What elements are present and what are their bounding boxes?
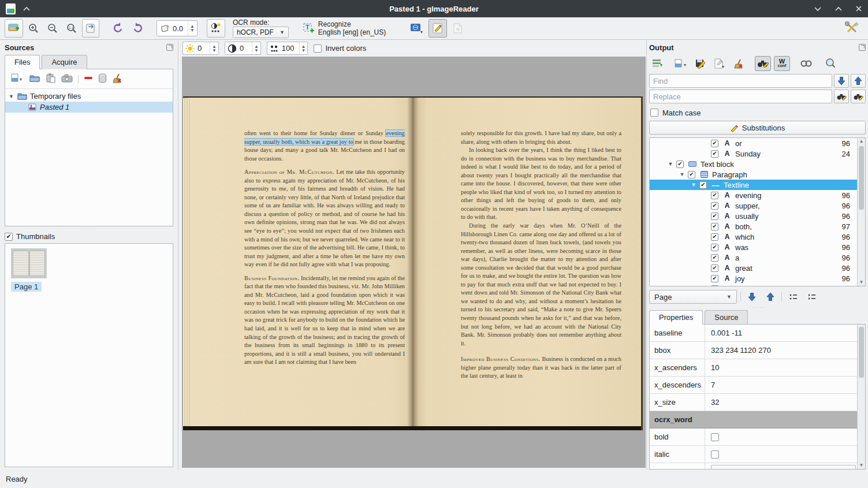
item-enabled-checkbox[interactable] [711,202,718,210]
detach-sources-icon[interactable] [166,44,173,51]
thumbnail-page-label[interactable]: Page 1 [11,282,42,292]
item-enabled-checkbox[interactable] [711,150,718,158]
contrast-spin-arrows[interactable]: ▲▼ [252,42,260,54]
bold-checkbox[interactable] [711,433,719,441]
property-value[interactable]: 7 [705,381,865,389]
maximize-button[interactable] [835,6,843,12]
resolution-spin-arrows[interactable]: ▲▼ [299,42,308,54]
add-file-button[interactable]: ▾ [10,73,24,85]
substitutions-button[interactable]: Substitutions [649,121,866,135]
ocr-tree-row[interactable]: Ato96 [650,284,865,286]
output-splitter[interactable]: ······ [649,305,866,310]
zoom-source-button[interactable] [822,56,839,71]
lang-select[interactable]: English (United States)▼ [711,465,856,470]
scroll-down-icon[interactable]: ▼ [858,279,865,286]
clear-list-button[interactable] [112,73,122,85]
ocr-mode-select[interactable]: hOCR, PDF ▼ [233,27,289,38]
save-hocr-button[interactable] [692,56,709,71]
resolution-spinbox[interactable]: 100 ▲▼ [267,42,308,55]
item-enabled-checkbox[interactable] [711,275,718,282]
scanned-book-image[interactable]: often went to their home for Sunday dinn… [183,96,643,430]
item-enabled-checkbox[interactable] [699,181,707,189]
screenshot-button[interactable] [61,74,73,84]
replace-button[interactable] [834,90,849,103]
expander-icon[interactable]: ▼ [665,161,676,167]
language-flag-button[interactable]: ▾ [406,19,427,38]
property-value[interactable]: 0.001 -11 [705,329,865,337]
brightness-spin-arrows[interactable]: ▲▼ [210,42,218,54]
invert-colors-checkbox[interactable] [314,44,322,53]
new-document-button[interactable] [449,19,466,38]
find-input[interactable] [649,74,832,88]
ocr-tree-row[interactable]: Aa96 [650,252,865,263]
edit-mode-toggle[interactable] [429,19,447,38]
ocr-tree-row[interactable]: ▼Text block [650,159,865,169]
page-thumbnail[interactable] [11,248,47,278]
scroll-down-icon[interactable]: ▼ [858,462,865,469]
item-enabled-checkbox[interactable] [688,171,695,178]
find-prev-button[interactable] [851,74,866,88]
rotate-left-button[interactable] [109,19,127,38]
open-folder-button[interactable] [29,73,40,84]
tab-files[interactable]: Files [5,55,40,69]
export-button[interactable]: ▾ [711,56,728,71]
ocr-tree-row[interactable]: ▼—Textline [650,180,865,190]
ocr-tree-row[interactable]: Agreat96 [650,263,865,273]
image-controls-toggle[interactable] [207,19,225,38]
ocr-tree-row[interactable]: Asupper,96 [650,200,865,211]
zoom-out-button[interactable] [44,19,61,38]
insert-mode-button[interactable] [649,56,665,71]
property-value[interactable]: 32 [705,398,865,407]
sources-splitter[interactable]: ······ [5,226,173,230]
tab-properties[interactable]: Properties [649,310,703,325]
ocr-tree-row[interactable]: ▼Paragraph [650,169,865,180]
find-next-button[interactable] [834,74,849,88]
scroll-up-icon[interactable]: ▲ [858,138,865,145]
expander-icon[interactable]: ▼ [676,172,688,177]
find-replace-toggle[interactable] [755,56,771,71]
zoom-original-button[interactable]: 1:1 [63,19,80,38]
image-canvas[interactable]: often went to their home for Sunday dinn… [182,57,646,468]
brightness-spinbox[interactable]: 0 ▲▼ [182,42,219,55]
selected-textline-highlight[interactable]: evening supper, usually both, which was … [244,130,405,145]
open-hocr-button[interactable]: ▾ [673,56,690,71]
ocr-tree-row[interactable]: Aor96 [650,138,865,148]
navigate-prev-button[interactable] [763,290,778,304]
navigate-next-button[interactable] [744,290,759,304]
italic-checkbox[interactable] [711,450,719,459]
item-enabled-checkbox[interactable] [711,140,718,147]
preview-toggle[interactable] [798,56,814,71]
tab-source[interactable]: Source [705,310,748,325]
rotation-spin-arrows[interactable]: ▲▼ [188,21,196,36]
ocr-tree-row[interactable]: Aboth,97 [650,221,865,232]
detach-output-icon[interactable] [859,44,866,51]
clear-output-button[interactable] [731,56,747,71]
ocr-tree-row[interactable]: Ausually96 [650,211,865,221]
rotation-spinbox[interactable]: 0.0 ▲▼ [157,20,198,36]
ocr-tree-row[interactable]: Ajoy96 [650,273,865,284]
item-enabled-checkbox[interactable] [711,223,718,230]
delete-image-button[interactable] [98,73,107,85]
remove-image-button[interactable] [84,73,93,84]
collapse-all-button[interactable] [804,290,819,304]
ocr-tree-row[interactable]: Awas96 [650,242,865,252]
thumbnails-checkbox[interactable] [5,233,13,241]
ocr-tree-row[interactable]: Aevening96 [650,190,865,200]
navigation-target-select[interactable]: Page ▼ [649,290,737,304]
rotate-right-button[interactable] [129,19,147,38]
item-enabled-checkbox[interactable] [676,161,684,168]
paste-button[interactable] [46,73,56,85]
expand-all-button[interactable] [785,290,800,304]
zoom-in-button[interactable] [25,19,42,38]
expander-icon[interactable]: ▼ [688,182,699,188]
property-value[interactable]: 323 234 1120 270 [705,346,865,355]
ocr-tree-row[interactable]: Awhich96 [650,232,865,242]
item-enabled-checkbox[interactable] [711,265,718,272]
match-case-checkbox[interactable] [650,109,658,117]
properties-scrollbar[interactable]: ▼ [857,325,865,469]
contrast-spinbox[interactable]: 0 ▲▼ [225,42,261,55]
item-enabled-checkbox[interactable] [711,254,718,262]
tree-scrollbar[interactable]: ▲ ▼ [857,138,865,286]
zoom-fit-button[interactable] [82,19,99,38]
item-enabled-checkbox[interactable] [711,213,718,220]
